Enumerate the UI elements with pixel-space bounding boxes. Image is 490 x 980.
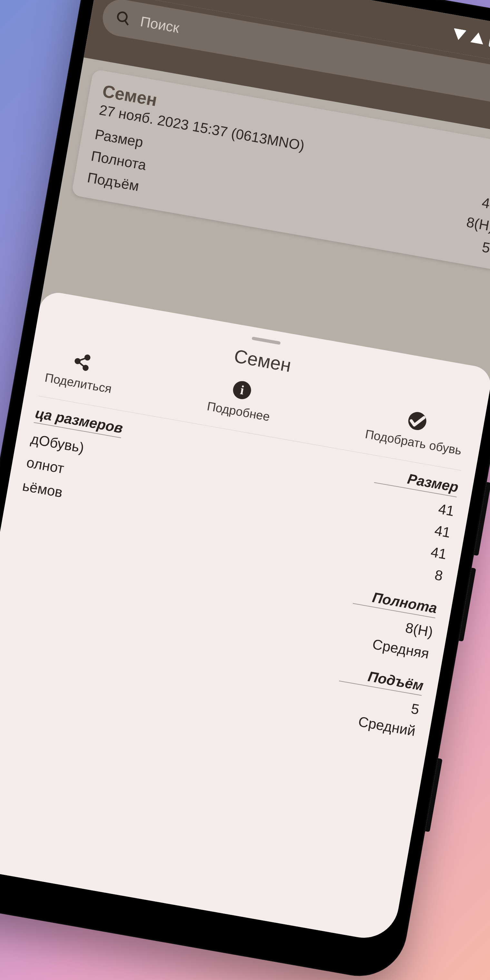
share-icon: [72, 352, 92, 372]
svg-point-0: [117, 12, 127, 22]
phone-frame: 18:43 74 % Поиск Семен 27 н: [0, 0, 490, 980]
svg-line-5: [80, 358, 86, 361]
wifi-icon: [452, 28, 466, 41]
details-button[interactable]: i Подробнее: [206, 375, 275, 423]
card-instep-value: 5: [480, 236, 490, 259]
bottom-sheet[interactable]: Семен Поделиться i Подробнее Подо: [0, 290, 490, 943]
fit-button[interactable]: Подобрать обувь: [364, 404, 467, 458]
svg-line-1: [124, 21, 129, 25]
info-icon: i: [232, 380, 253, 401]
search-icon: [115, 10, 132, 27]
search-placeholder: Поиск: [139, 13, 181, 36]
card-size-value: 41: [480, 191, 490, 216]
svg-point-2: [85, 355, 90, 360]
fit-label: Подобрать обувь: [364, 427, 463, 458]
share-label: Поделиться: [44, 371, 113, 396]
svg-line-6: [79, 363, 84, 366]
check-icon: [407, 410, 428, 431]
drag-handle[interactable]: [251, 337, 280, 345]
share-button[interactable]: Поделиться: [44, 347, 117, 396]
screen: 18:43 74 % Поиск Семен 27 н: [0, 0, 490, 943]
battery-icon: [488, 33, 490, 48]
cellular-icon: [470, 31, 485, 44]
details-label: Подробнее: [206, 399, 271, 424]
